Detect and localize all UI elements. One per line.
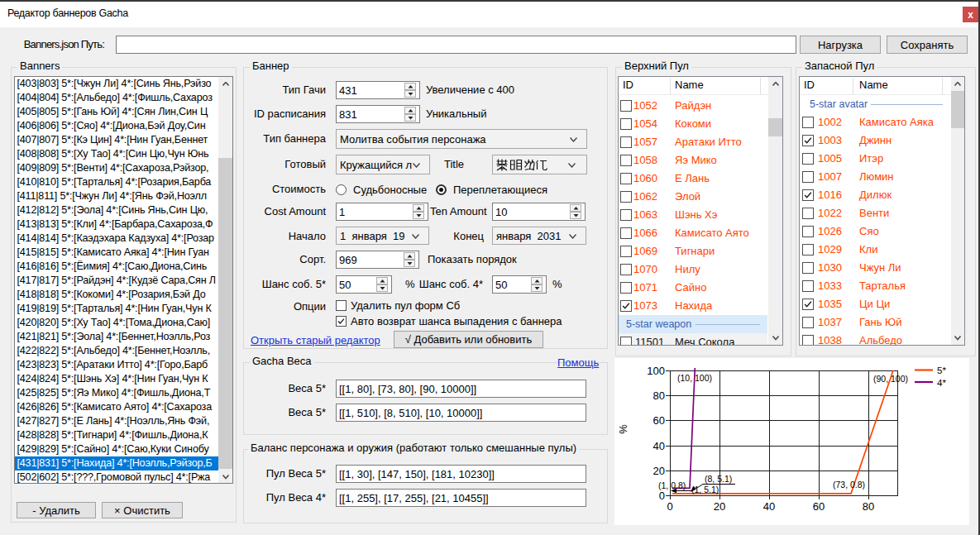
svg-text:(1, 5.1): (1, 5.1) <box>691 485 719 494</box>
svg-text:(90, 100): (90, 100) <box>873 374 908 384</box>
svg-text:5*: 5* <box>937 365 946 375</box>
svg-text:40: 40 <box>653 440 665 452</box>
svg-text:20: 20 <box>714 500 725 513</box>
svg-text:(73, 0.8): (73, 0.8) <box>833 480 865 490</box>
svg-text:60: 60 <box>653 414 665 427</box>
svg-text:40: 40 <box>763 500 775 513</box>
svg-text:100: 100 <box>647 365 665 377</box>
svg-text:4*: 4* <box>937 378 946 388</box>
svg-text:(8, 5.1): (8, 5.1) <box>705 474 732 484</box>
svg-text:0: 0 <box>659 490 665 502</box>
svg-text:20: 20 <box>653 465 665 477</box>
svg-text:80: 80 <box>863 500 874 513</box>
svg-text:60: 60 <box>813 500 825 513</box>
svg-text:%: % <box>617 424 629 434</box>
svg-text:(10, 100): (10, 100) <box>677 373 712 383</box>
svg-text:0: 0 <box>667 500 672 513</box>
svg-text:(1, 0.8): (1, 0.8) <box>658 480 686 490</box>
svg-text:80: 80 <box>653 389 665 402</box>
